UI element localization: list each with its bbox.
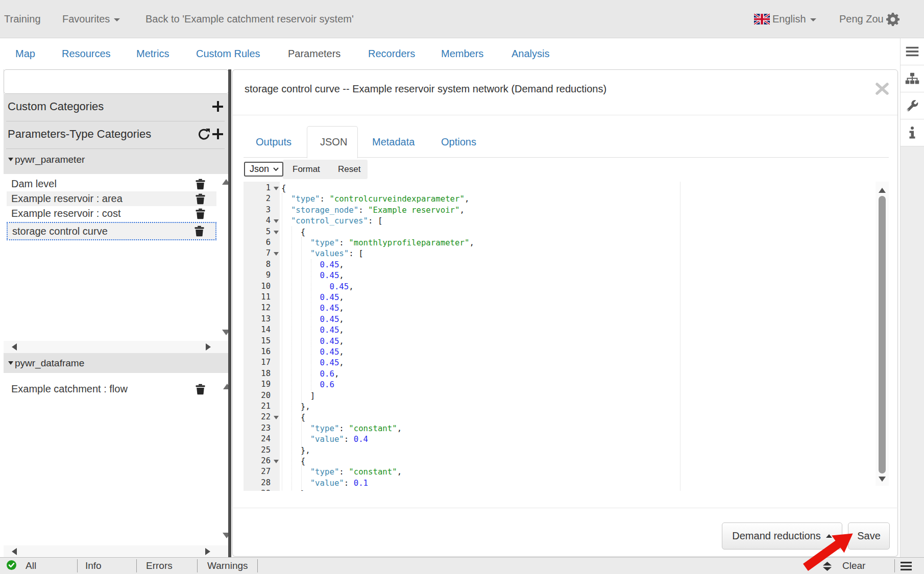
gutter-row: 5 xyxy=(244,227,280,238)
status-tab-errors[interactable]: Errors xyxy=(146,558,173,574)
hamburger-icon[interactable] xyxy=(901,562,912,570)
scroll-down-arrow[interactable] xyxy=(879,477,886,482)
reset-button[interactable]: Reset xyxy=(338,160,360,179)
group-pywr-dataframe[interactable]: pywr_dataframe xyxy=(15,358,84,369)
line-number: 4 xyxy=(250,215,271,226)
scenario-dropdown-button[interactable]: Demand reductions xyxy=(722,522,842,550)
gutter-row: 9 xyxy=(244,270,280,281)
tab-analysis[interactable]: Analysis xyxy=(512,38,549,69)
delete-icon[interactable] xyxy=(196,384,205,395)
status-tab-all[interactable]: All xyxy=(26,558,36,574)
language-menu[interactable]: English xyxy=(772,0,816,38)
fold-caret-icon[interactable] xyxy=(274,460,279,463)
scroll-up-arrow[interactable] xyxy=(879,188,886,193)
list-item-storage-control-curve[interactable]: storage control curve xyxy=(7,222,216,240)
list-item-label: Dam level xyxy=(11,178,57,189)
fold-caret-icon[interactable] xyxy=(274,187,279,190)
settings-button[interactable] xyxy=(901,92,924,119)
parameter-dialog: storage control curve -- Example reservo… xyxy=(232,69,898,557)
refresh-icon[interactable] xyxy=(198,129,210,140)
dialog-tab-metadata[interactable]: Metadata xyxy=(372,131,415,153)
search-input[interactable] xyxy=(4,69,229,94)
tab-map[interactable]: Map xyxy=(15,38,35,69)
code-line-19: 0.6 xyxy=(281,379,334,390)
menu-button[interactable] xyxy=(901,38,924,65)
list-item-example-catchment-flow[interactable]: Example catchment : flow xyxy=(7,382,216,397)
line-number: 9 xyxy=(250,270,271,281)
tab-resources[interactable]: Resources xyxy=(62,38,111,69)
code-line-15: 0.45, xyxy=(281,336,344,347)
tab-custom-rules[interactable]: Custom Rules xyxy=(196,38,260,69)
scroll-right-arrow[interactable] xyxy=(205,548,210,555)
delete-icon[interactable] xyxy=(196,193,205,204)
fold-caret-icon[interactable] xyxy=(274,416,279,419)
mode-select[interactable]: Json xyxy=(244,162,283,177)
chevron-down-icon xyxy=(273,167,279,171)
collapse-caret-icon[interactable] xyxy=(8,158,13,161)
brand-link[interactable]: Training xyxy=(4,0,41,38)
user-menu[interactable]: Peng Zou xyxy=(839,0,884,38)
network-button[interactable] xyxy=(901,65,924,92)
add-param-category-button[interactable] xyxy=(212,129,223,139)
code-line-16: 0.45, xyxy=(281,346,344,358)
info-button[interactable] xyxy=(901,119,924,146)
group-pywr-parameter[interactable]: pywr_parameter xyxy=(15,154,85,165)
divider xyxy=(136,559,137,572)
add-custom-category-button[interactable] xyxy=(212,101,223,112)
scrollbar-thumb[interactable] xyxy=(879,196,886,473)
code-line-12: 0.45, xyxy=(281,303,344,314)
scroll-left-arrow[interactable] xyxy=(12,343,17,351)
scroll-left-arrow[interactable] xyxy=(12,548,17,555)
sort-icon[interactable] xyxy=(823,562,832,571)
format-button[interactable]: Format xyxy=(293,160,320,179)
collapse-caret-icon[interactable] xyxy=(8,361,13,365)
line-number: 17 xyxy=(250,357,271,368)
status-bar: AllInfoErrorsWarnings Clear xyxy=(0,557,924,574)
status-tab-info[interactable]: Info xyxy=(85,558,102,574)
favourites-menu[interactable]: Favourites xyxy=(62,0,120,38)
editor-scrollbar[interactable] xyxy=(876,182,889,486)
code-line-22: { xyxy=(281,412,305,423)
gutter-row: 4 xyxy=(244,215,280,227)
delete-icon[interactable] xyxy=(194,226,204,237)
list-item-dam-level[interactable]: Dam level xyxy=(7,177,216,191)
fold-caret-icon[interactable] xyxy=(274,231,279,234)
code-line-2: "type": "controlcurveindexparameter", xyxy=(281,193,469,205)
line-number: 13 xyxy=(250,314,271,325)
horizontal-scroll-strip xyxy=(4,545,229,557)
fold-caret-icon[interactable] xyxy=(274,252,279,256)
close-icon[interactable] xyxy=(875,83,889,95)
tab-members[interactable]: Members xyxy=(441,38,483,69)
json-code-editor[interactable]: 1234567891011121314151617181920212223242… xyxy=(244,182,889,491)
code-line-21: }, xyxy=(281,401,310,412)
tab-metrics[interactable]: Metrics xyxy=(136,38,169,69)
divider xyxy=(233,508,898,508)
clear-button[interactable]: Clear xyxy=(842,558,865,574)
mode-select-value: Json xyxy=(250,164,269,174)
horizontal-scroll-strip xyxy=(4,341,229,353)
panel-splitter[interactable] xyxy=(228,69,231,557)
gutter-row: 17 xyxy=(244,357,280,368)
back-link[interactable]: Back to 'Example catchment reservoir sys… xyxy=(145,0,354,38)
list-item-example-reservoir-cost[interactable]: Example reservoir : cost xyxy=(7,206,216,221)
gear-icon[interactable] xyxy=(886,13,899,26)
dialog-tab-options[interactable]: Options xyxy=(441,131,476,153)
delete-icon[interactable] xyxy=(196,208,205,219)
line-number: 19 xyxy=(250,379,271,390)
save-button[interactable]: Save xyxy=(848,522,890,550)
list-item-example-reservoir-area[interactable]: Example reservoir : area xyxy=(7,191,216,206)
delete-icon[interactable] xyxy=(196,179,205,189)
fold-caret-icon[interactable] xyxy=(274,219,279,223)
gutter-row: 16 xyxy=(244,346,280,358)
line-number: 2 xyxy=(250,193,271,204)
scenario-label: Demand reductions xyxy=(732,530,820,541)
code-line-6: "type": "monthlyprofileparameter", xyxy=(281,237,474,248)
tab-parameters[interactable]: Parameters xyxy=(288,38,341,69)
code-line-11: 0.45, xyxy=(281,292,344,303)
favourites-label: Favourites xyxy=(62,13,110,24)
status-tab-warnings[interactable]: Warnings xyxy=(207,558,248,574)
tab-recorders[interactable]: Recorders xyxy=(368,38,415,69)
dialog-tab-json[interactable]: JSON xyxy=(320,131,347,153)
dialog-tab-outputs[interactable]: Outputs xyxy=(256,131,291,153)
scroll-right-arrow[interactable] xyxy=(206,343,211,351)
